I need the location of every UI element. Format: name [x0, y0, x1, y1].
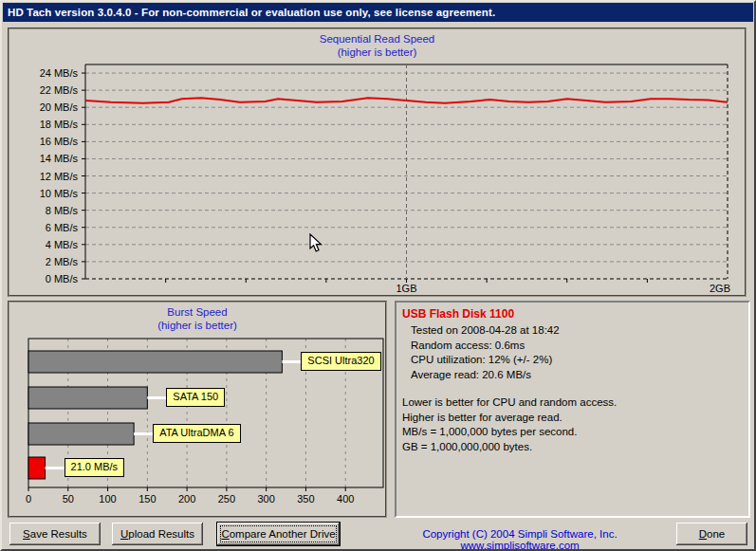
note-gb-def: GB = 1,000,000,000 bytes.: [402, 440, 743, 455]
average-read-line: Average read: 20.6 MB/s: [402, 368, 743, 383]
svg-text:250: 250: [218, 493, 235, 505]
sequential-read-chart: 0 MB/s2 MB/s4 MB/s6 MB/s8 MB/s10 MB/s12 …: [9, 29, 745, 295]
svg-text:300: 300: [257, 493, 274, 505]
compare-another-drive-button[interactable]: Compare Another Drive: [216, 522, 341, 546]
svg-text:400: 400: [337, 493, 354, 505]
svg-text:20 MB/s: 20 MB/s: [40, 101, 79, 113]
cpu-utilization-line: CPU utilization: 12% (+/- 2%): [402, 353, 743, 368]
random-access-line: Random access: 0.6ms: [402, 339, 743, 354]
svg-text:24 MB/s: 24 MB/s: [40, 67, 79, 79]
note-higher-better: Higher is better for average read.: [402, 411, 743, 426]
svg-text:0 MB/s: 0 MB/s: [46, 273, 79, 285]
save-results-button[interactable]: Save Results: [9, 523, 101, 545]
drive-name: USB Flash Disk 1100: [402, 307, 743, 321]
title-bar[interactable]: HD Tach version 3.0.4.0 - For non-commer…: [3, 3, 753, 22]
bar-label-2: SATA 150: [166, 388, 225, 407]
svg-text:200: 200: [178, 493, 195, 505]
svg-text:350: 350: [297, 493, 314, 505]
bar-label-4: 21.0 MB/s: [65, 458, 125, 477]
note-lower-better: Lower is better for CPU and random acces…: [402, 395, 743, 411]
bar-label-3: ATA UltraDMA 6: [153, 424, 240, 443]
mouse-cursor-icon: [309, 233, 323, 253]
svg-text:2 MB/s: 2 MB/s: [46, 256, 79, 267]
window-title: HD Tach version 3.0.4.0 - For non-commer…: [8, 7, 495, 18]
burst-speed-panel: Burst Speed (higher is better) 050100150…: [8, 301, 387, 518]
sequential-read-panel: Sequential Read Speed (higher is better)…: [8, 28, 747, 297]
svg-text:16 MB/s: 16 MB/s: [40, 136, 79, 147]
svg-text:12 MB/s: 12 MB/s: [40, 171, 79, 182]
results-info-panel: USB Flash Disk 1100 Tested on 2008-04-28…: [395, 301, 750, 518]
svg-text:50: 50: [63, 493, 74, 505]
svg-text:22 MB/s: 22 MB/s: [40, 84, 79, 96]
svg-text:6 MB/s: 6 MB/s: [46, 222, 79, 233]
svg-text:18 MB/s: 18 MB/s: [40, 119, 79, 130]
svg-text:100: 100: [99, 493, 116, 505]
svg-text:0: 0: [26, 493, 31, 505]
svg-text:2GB: 2GB: [710, 283, 730, 294]
svg-text:10 MB/s: 10 MB/s: [40, 188, 79, 199]
burst-speed-chart: 050100150200250300350400: [9, 303, 385, 516]
tested-on-line: Tested on 2008-04-28 at 18:42: [402, 323, 743, 339]
bar-label-1: SCSI Ultra320: [301, 352, 380, 371]
svg-text:4 MB/s: 4 MB/s: [46, 239, 79, 250]
hd-tach-window: HD Tach version 3.0.4.0 - For non-commer…: [0, 0, 756, 551]
svg-text:8 MB/s: 8 MB/s: [46, 205, 79, 216]
svg-text:1GB: 1GB: [396, 283, 416, 294]
done-button[interactable]: Done: [676, 523, 747, 545]
copyright-text: Copyright (C) 2004 Simpli Software, Inc.…: [368, 528, 672, 551]
svg-text:14 MB/s: 14 MB/s: [40, 153, 79, 164]
note-mbs-def: MB/s = 1,000,000 bytes per second.: [402, 425, 743, 440]
upload-results-button[interactable]: Upload Results: [112, 523, 203, 545]
svg-text:150: 150: [138, 493, 156, 505]
